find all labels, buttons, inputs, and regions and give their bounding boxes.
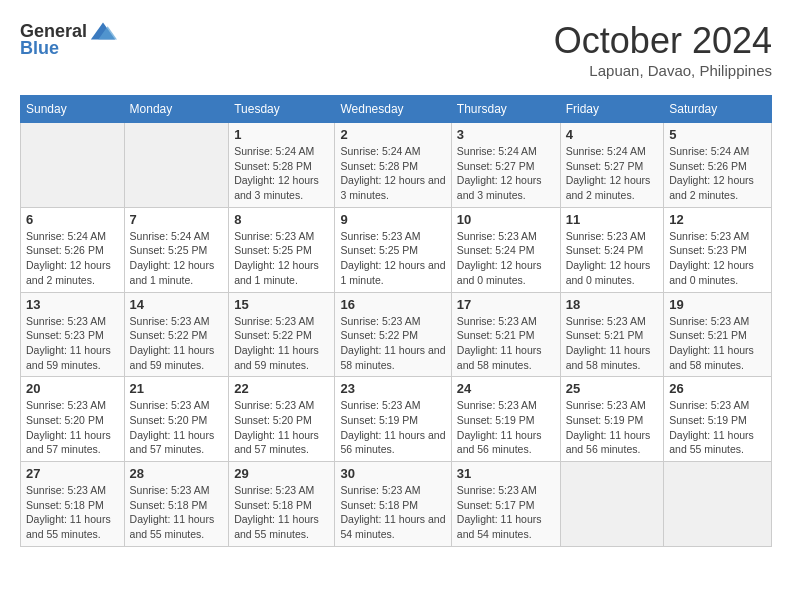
day-number: 28 — [130, 466, 224, 481]
calendar-cell: 14Sunrise: 5:23 AM Sunset: 5:22 PM Dayli… — [124, 292, 229, 377]
cell-info: Sunrise: 5:23 AM Sunset: 5:22 PM Dayligh… — [340, 314, 445, 373]
cell-info: Sunrise: 5:24 AM Sunset: 5:28 PM Dayligh… — [234, 144, 329, 203]
calendar-cell: 11Sunrise: 5:23 AM Sunset: 5:24 PM Dayli… — [560, 207, 664, 292]
calendar-header-row: SundayMondayTuesdayWednesdayThursdayFrid… — [21, 96, 772, 123]
calendar-cell: 27Sunrise: 5:23 AM Sunset: 5:18 PM Dayli… — [21, 462, 125, 547]
day-number: 8 — [234, 212, 329, 227]
column-header-wednesday: Wednesday — [335, 96, 451, 123]
cell-info: Sunrise: 5:24 AM Sunset: 5:25 PM Dayligh… — [130, 229, 224, 288]
day-number: 18 — [566, 297, 659, 312]
cell-info: Sunrise: 5:24 AM Sunset: 5:26 PM Dayligh… — [669, 144, 766, 203]
day-number: 24 — [457, 381, 555, 396]
calendar-cell — [664, 462, 772, 547]
day-number: 30 — [340, 466, 445, 481]
calendar-cell: 24Sunrise: 5:23 AM Sunset: 5:19 PM Dayli… — [451, 377, 560, 462]
cell-info: Sunrise: 5:23 AM Sunset: 5:18 PM Dayligh… — [130, 483, 224, 542]
calendar-cell: 31Sunrise: 5:23 AM Sunset: 5:17 PM Dayli… — [451, 462, 560, 547]
cell-info: Sunrise: 5:24 AM Sunset: 5:27 PM Dayligh… — [457, 144, 555, 203]
logo: General Blue — [20, 20, 117, 59]
cell-info: Sunrise: 5:23 AM Sunset: 5:24 PM Dayligh… — [457, 229, 555, 288]
cell-info: Sunrise: 5:23 AM Sunset: 5:19 PM Dayligh… — [669, 398, 766, 457]
week-row-3: 13Sunrise: 5:23 AM Sunset: 5:23 PM Dayli… — [21, 292, 772, 377]
day-number: 1 — [234, 127, 329, 142]
cell-info: Sunrise: 5:23 AM Sunset: 5:20 PM Dayligh… — [26, 398, 119, 457]
day-number: 27 — [26, 466, 119, 481]
calendar-cell: 17Sunrise: 5:23 AM Sunset: 5:21 PM Dayli… — [451, 292, 560, 377]
day-number: 5 — [669, 127, 766, 142]
cell-info: Sunrise: 5:23 AM Sunset: 5:24 PM Dayligh… — [566, 229, 659, 288]
day-number: 13 — [26, 297, 119, 312]
calendar-cell: 10Sunrise: 5:23 AM Sunset: 5:24 PM Dayli… — [451, 207, 560, 292]
calendar-cell: 25Sunrise: 5:23 AM Sunset: 5:19 PM Dayli… — [560, 377, 664, 462]
page-header: General Blue October 2024 Lapuan, Davao,… — [20, 20, 772, 79]
title-section: October 2024 Lapuan, Davao, Philippines — [554, 20, 772, 79]
cell-info: Sunrise: 5:23 AM Sunset: 5:25 PM Dayligh… — [234, 229, 329, 288]
day-number: 15 — [234, 297, 329, 312]
day-number: 16 — [340, 297, 445, 312]
cell-info: Sunrise: 5:23 AM Sunset: 5:19 PM Dayligh… — [457, 398, 555, 457]
column-header-tuesday: Tuesday — [229, 96, 335, 123]
day-number: 12 — [669, 212, 766, 227]
logo-icon — [89, 20, 117, 42]
calendar-cell: 30Sunrise: 5:23 AM Sunset: 5:18 PM Dayli… — [335, 462, 451, 547]
calendar-cell: 4Sunrise: 5:24 AM Sunset: 5:27 PM Daylig… — [560, 123, 664, 208]
cell-info: Sunrise: 5:23 AM Sunset: 5:23 PM Dayligh… — [26, 314, 119, 373]
day-number: 23 — [340, 381, 445, 396]
cell-info: Sunrise: 5:23 AM Sunset: 5:20 PM Dayligh… — [130, 398, 224, 457]
logo-blue: Blue — [20, 38, 59, 59]
calendar-cell — [124, 123, 229, 208]
day-number: 4 — [566, 127, 659, 142]
calendar-cell: 18Sunrise: 5:23 AM Sunset: 5:21 PM Dayli… — [560, 292, 664, 377]
calendar-cell: 8Sunrise: 5:23 AM Sunset: 5:25 PM Daylig… — [229, 207, 335, 292]
calendar-cell: 3Sunrise: 5:24 AM Sunset: 5:27 PM Daylig… — [451, 123, 560, 208]
calendar-cell: 13Sunrise: 5:23 AM Sunset: 5:23 PM Dayli… — [21, 292, 125, 377]
calendar-cell: 26Sunrise: 5:23 AM Sunset: 5:19 PM Dayli… — [664, 377, 772, 462]
day-number: 10 — [457, 212, 555, 227]
day-number: 19 — [669, 297, 766, 312]
calendar-cell — [560, 462, 664, 547]
calendar-cell: 12Sunrise: 5:23 AM Sunset: 5:23 PM Dayli… — [664, 207, 772, 292]
day-number: 21 — [130, 381, 224, 396]
column-header-friday: Friday — [560, 96, 664, 123]
cell-info: Sunrise: 5:23 AM Sunset: 5:18 PM Dayligh… — [26, 483, 119, 542]
calendar-cell: 1Sunrise: 5:24 AM Sunset: 5:28 PM Daylig… — [229, 123, 335, 208]
column-header-monday: Monday — [124, 96, 229, 123]
column-header-thursday: Thursday — [451, 96, 560, 123]
day-number: 22 — [234, 381, 329, 396]
cell-info: Sunrise: 5:23 AM Sunset: 5:21 PM Dayligh… — [457, 314, 555, 373]
calendar-cell: 29Sunrise: 5:23 AM Sunset: 5:18 PM Dayli… — [229, 462, 335, 547]
cell-info: Sunrise: 5:23 AM Sunset: 5:18 PM Dayligh… — [234, 483, 329, 542]
day-number: 11 — [566, 212, 659, 227]
day-number: 14 — [130, 297, 224, 312]
calendar-cell: 2Sunrise: 5:24 AM Sunset: 5:28 PM Daylig… — [335, 123, 451, 208]
week-row-5: 27Sunrise: 5:23 AM Sunset: 5:18 PM Dayli… — [21, 462, 772, 547]
calendar-table: SundayMondayTuesdayWednesdayThursdayFrid… — [20, 95, 772, 547]
cell-info: Sunrise: 5:23 AM Sunset: 5:20 PM Dayligh… — [234, 398, 329, 457]
cell-info: Sunrise: 5:23 AM Sunset: 5:19 PM Dayligh… — [566, 398, 659, 457]
day-number: 17 — [457, 297, 555, 312]
column-header-saturday: Saturday — [664, 96, 772, 123]
day-number: 7 — [130, 212, 224, 227]
calendar-cell: 6Sunrise: 5:24 AM Sunset: 5:26 PM Daylig… — [21, 207, 125, 292]
cell-info: Sunrise: 5:23 AM Sunset: 5:21 PM Dayligh… — [566, 314, 659, 373]
cell-info: Sunrise: 5:24 AM Sunset: 5:28 PM Dayligh… — [340, 144, 445, 203]
calendar-cell: 7Sunrise: 5:24 AM Sunset: 5:25 PM Daylig… — [124, 207, 229, 292]
cell-info: Sunrise: 5:23 AM Sunset: 5:18 PM Dayligh… — [340, 483, 445, 542]
cell-info: Sunrise: 5:24 AM Sunset: 5:26 PM Dayligh… — [26, 229, 119, 288]
calendar-cell: 9Sunrise: 5:23 AM Sunset: 5:25 PM Daylig… — [335, 207, 451, 292]
day-number: 3 — [457, 127, 555, 142]
day-number: 26 — [669, 381, 766, 396]
calendar-cell: 21Sunrise: 5:23 AM Sunset: 5:20 PM Dayli… — [124, 377, 229, 462]
cell-info: Sunrise: 5:23 AM Sunset: 5:22 PM Dayligh… — [130, 314, 224, 373]
day-number: 20 — [26, 381, 119, 396]
month-title: October 2024 — [554, 20, 772, 62]
cell-info: Sunrise: 5:23 AM Sunset: 5:17 PM Dayligh… — [457, 483, 555, 542]
day-number: 31 — [457, 466, 555, 481]
calendar-cell: 5Sunrise: 5:24 AM Sunset: 5:26 PM Daylig… — [664, 123, 772, 208]
calendar-cell: 23Sunrise: 5:23 AM Sunset: 5:19 PM Dayli… — [335, 377, 451, 462]
week-row-4: 20Sunrise: 5:23 AM Sunset: 5:20 PM Dayli… — [21, 377, 772, 462]
week-row-2: 6Sunrise: 5:24 AM Sunset: 5:26 PM Daylig… — [21, 207, 772, 292]
cell-info: Sunrise: 5:24 AM Sunset: 5:27 PM Dayligh… — [566, 144, 659, 203]
cell-info: Sunrise: 5:23 AM Sunset: 5:25 PM Dayligh… — [340, 229, 445, 288]
cell-info: Sunrise: 5:23 AM Sunset: 5:22 PM Dayligh… — [234, 314, 329, 373]
